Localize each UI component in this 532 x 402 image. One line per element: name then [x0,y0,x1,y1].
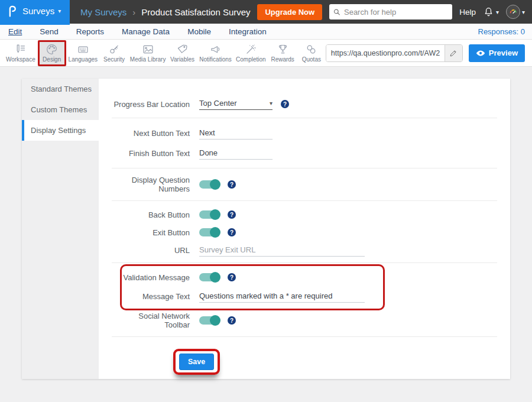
back-button-toggle[interactable] [199,210,219,219]
survey-exit-url-input[interactable] [199,244,365,257]
validation-message-toggle[interactable] [199,273,219,281]
finish-button-text-input[interactable] [199,147,273,160]
trophy-icon [277,43,289,56]
field-label: Social Network Toolbar [112,312,190,329]
tool-label: Design [43,56,61,63]
bell-icon [483,6,494,18]
nav-tab-reports[interactable]: Reports [76,27,104,36]
nav-tab-edit[interactable]: Edit [8,27,22,36]
save-annotation-box: Save [173,349,220,375]
save-button[interactable]: Save [179,354,214,370]
field-label: Message Text [122,292,190,301]
page-title: Product Satisfaction Survey [141,7,250,17]
upgrade-now-button[interactable]: Upgrade Now [257,4,322,20]
nav-tab-integration[interactable]: Integration [229,27,267,36]
field-label: Validation Message [122,273,190,282]
edit-url-button[interactable] [445,45,462,61]
next-button-text-input[interactable] [199,127,273,140]
field-label: Next Button Text [112,129,190,138]
exit-url-row: URL [112,242,497,258]
field-label: Back Button [112,210,190,219]
tool-design[interactable]: Design [38,40,66,66]
tool-label: Languages [69,56,98,63]
display-question-numbers-row: Display Question Numbers [112,176,497,193]
tool-quotas[interactable]: Quotas [297,40,326,66]
sidebar-item-standard-themes[interactable]: Standard Themes [22,79,99,99]
notifications-bell-button[interactable] [483,6,499,18]
tag-icon [176,43,189,56]
chevron-down-icon [496,9,499,15]
gauge-icon [508,7,518,17]
design-sidebar: Standard Themes Custom Themes Display Se… [22,79,99,379]
exit-button-toggle[interactable] [199,228,219,236]
display-settings-panel: Progress Bar Location Top Center Next Bu… [99,79,510,379]
nav-tab-manage-data[interactable]: Manage Data [122,27,170,36]
tool-rewards[interactable]: Rewards [268,40,297,66]
preview-label: Preview [489,48,518,57]
responses-count[interactable]: Responses: 0 [478,27,525,36]
pencil-icon [449,49,458,57]
nav-tab-mobile[interactable]: Mobile [187,27,211,36]
selected-value: Top Center [199,99,237,108]
avatar [506,5,520,19]
next-button-text-row: Next Button Text [112,125,497,141]
tool-label: Media Library [130,56,166,63]
help-link[interactable]: Help [459,8,476,17]
key-icon [108,43,121,56]
tool-label: Rewards [271,56,294,63]
tool-workspace[interactable]: Workspace [4,40,38,66]
field-label: Exit Button [112,228,190,237]
page-background: Standard Themes Custom Themes Display Se… [0,67,532,402]
help-icon[interactable] [281,100,289,108]
tool-label: Quotas [302,56,321,63]
display-question-numbers-toggle[interactable] [199,180,219,189]
tool-notifications[interactable]: Notifications [197,40,233,66]
chevron-down-icon [522,9,525,15]
palette-icon [46,43,58,56]
progress-bar-location-row: Progress Bar Location Top Center [112,96,497,112]
product-switcher[interactable]: Surveys [0,0,70,25]
tool-variables[interactable]: Variables [167,40,197,66]
design-settings-card: Standard Themes Custom Themes Display Se… [22,79,510,379]
chevron-down-icon [58,8,61,14]
eye-icon [476,50,485,57]
tool-languages[interactable]: Languages [66,40,100,66]
image-icon [142,43,154,56]
tool-completion[interactable]: Completion [233,40,268,66]
validation-annotation-box: Validation Message Message Text [120,264,385,310]
tool-media-library[interactable]: Media Library [128,40,167,66]
progress-bar-location-select[interactable]: Top Center [199,99,273,110]
breadcrumb-my-surveys[interactable]: My Surveys [80,7,126,17]
megaphone-icon [209,43,222,56]
tool-label: Completion [236,56,266,63]
tool-label: Security [103,56,125,63]
help-icon[interactable] [228,316,236,325]
survey-url-input[interactable] [326,45,445,61]
tool-label: Variables [170,56,194,63]
breadcrumb: My Surveys › Product Satisfaction Survey [80,7,251,17]
social-network-toolbar-toggle[interactable] [199,316,219,325]
account-menu-button[interactable] [506,5,525,19]
message-text-input[interactable] [199,290,365,303]
tool-security[interactable]: Security [100,40,128,66]
nav-tab-send[interactable]: Send [40,27,59,36]
back-button-row: Back Button [112,207,497,222]
product-name: Surveys [22,6,54,16]
field-label: URL [112,246,190,255]
help-icon[interactable] [228,180,236,189]
top-bar: Surveys My Surveys › Product Satisfactio… [0,0,532,24]
social-network-toolbar-row: Social Network Toolbar [112,312,497,329]
message-text-row: Message Text [122,288,383,304]
preview-button[interactable]: Preview [469,44,525,62]
workspace-icon [14,43,27,56]
sidebar-item-custom-themes[interactable]: Custom Themes [22,99,99,120]
edit-toolbar: Workspace Design Languages Security Medi… [0,40,532,67]
chain-links-icon [305,43,317,56]
search-input[interactable] [344,8,448,17]
sidebar-item-display-settings[interactable]: Display Settings [22,120,99,141]
help-search[interactable] [329,4,452,20]
help-icon[interactable] [228,228,236,236]
help-icon[interactable] [228,210,236,219]
chevron-down-icon [270,100,273,106]
help-icon[interactable] [228,273,236,281]
